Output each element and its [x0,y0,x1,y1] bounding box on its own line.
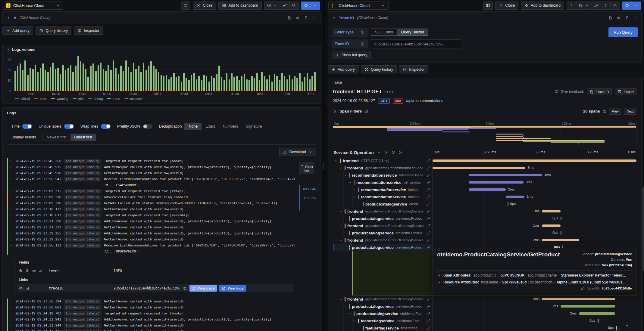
view-logs-button[interactable]: View logs [219,285,246,292]
left-datasource-picker[interactable]: ClickHouse Cloud [3,2,63,10]
toggle-unique-labels[interactable] [64,124,74,129]
span-row-frontend[interactable]: frontendHTTP GET (11ms) [333,157,636,164]
run-query-button[interactable]: Run Query [608,27,638,37]
collapse-section-icon[interactable] [6,48,10,52]
share-link-button[interactable] [280,2,289,10]
refresh-button[interactable] [301,2,311,10]
time-shift-forward-button[interactable] [601,2,610,10]
link-stats-icon[interactable] [25,286,30,290]
span-link-icon[interactable] [425,231,432,235]
resource-attributes-row[interactable]: Resource Attributes: host.name = 51d7989… [437,280,632,284]
span-row-productcatalogservice[interactable]: productcatalogserviceoteldemo.Fea2ms [333,310,636,317]
log-row[interactable]: 2024-02-19 09:23:21.320(no unique labels… [7,218,297,224]
query-ref[interactable]: Trace ID [339,16,354,20]
legend-item-debug[interactable]: debug [88,97,103,101]
span-link-icon[interactable] [425,181,432,184]
legend-item-warning[interactable]: warning [51,97,68,101]
log-row[interactable]: 2024-02-19 09:22:56.543(no unique labels… [7,176,297,188]
span-row-recommendationservice[interactable]: recommendationservice/otelde2ms [333,186,636,193]
filter-out-value-icon[interactable] [25,269,30,273]
split-pane-button[interactable] [181,2,190,10]
right-datasource-picker[interactable]: ClickHouse Cloud [328,2,389,10]
expand-span-filters-icon[interactable] [333,109,337,113]
query-history-button[interactable]: Query history [361,65,397,73]
trace-id-input[interactable] [371,39,461,48]
span-link-icon[interactable] [425,246,432,249]
span-row-productcatalogservice[interactable]: productcatalogserviceotelde0μs [333,200,636,208]
span-link-icon[interactable] [425,209,432,213]
add-to-dashboard-button[interactable]: Add to dashboard [218,2,262,10]
legend-item-error[interactable]: error [34,97,47,101]
log-row[interactable]: 2024-02-19 09:24:19.703(no unique labels… [7,311,297,317]
share-link-button[interactable] [592,2,601,10]
close-split-button[interactable]: Close [495,2,518,10]
expand-all-icon[interactable] [399,150,403,155]
option-query-builder[interactable]: Query Builder [397,29,428,36]
span-toggle-icon[interactable] [339,210,344,213]
span-toggle-icon[interactable] [353,195,358,199]
volume-plot[interactable] [14,55,317,91]
export-button[interactable]: Export [615,88,636,95]
add-to-dashboard-button[interactable]: Add to dashboard [521,2,564,10]
span-row-recommendationservice[interactable]: recommendationservice/oteldei1ms [333,193,636,200]
span-link-icon[interactable] [425,319,432,323]
option-sql-editor[interactable]: SQL Editor [371,29,397,36]
log-row[interactable]: 2024-02-19 09:23:58.394(no unique labels… [7,299,297,305]
query-ref[interactable]: A [14,16,16,20]
log-row[interactable]: 2024-02-19 09:23:21.322(no unique labels… [7,224,297,230]
span-row-recommendationservice[interactable]: recommendationservice/oteldemo.Reco4ms [333,172,636,179]
span-row-productcatalogservice[interactable]: productcatalogserviceoteldemo.Produc0μs [333,229,636,237]
log-row[interactable]: 2024-02-19 09:22:45.258(no unique labels… [7,158,297,164]
span-row-productcatalogservice[interactable]: productcatalogserviceoteldemo.Produc3ms [333,303,636,310]
span-toggle-icon[interactable] [335,159,339,162]
drag-handle-icon[interactable] [312,16,317,20]
add-query-button[interactable]: Add query [2,26,33,35]
span-toggle-icon[interactable] [344,174,349,177]
info-icon[interactable] [361,30,365,34]
span-filters-label[interactable]: Span Filters [339,109,362,113]
log-row[interactable]: 2024-02-19 09:23:09.318(no unique labels… [7,200,297,206]
inspector-button[interactable]: Inspector [399,65,428,73]
refresh-button[interactable] [622,2,632,10]
span-link-icon[interactable] [425,202,432,206]
option-signature[interactable]: Signature [242,123,266,130]
right-pane-scrollbar[interactable] [642,187,644,271]
collapse-one-icon[interactable] [377,150,381,155]
delete-query-icon[interactable] [625,16,629,20]
toggle-prettify-json[interactable] [143,124,152,129]
option-none[interactable]: None [185,123,202,130]
disable-query-icon[interactable] [617,16,621,20]
span-link-icon[interactable] [425,195,432,199]
legend-item-unknown[interactable]: unknown [124,97,143,101]
span-toggle-icon[interactable] [344,305,349,308]
span-link-icon[interactable] [425,224,432,228]
filter-for-value-icon[interactable] [19,269,23,273]
show-full-query-button[interactable]: Show full query [332,51,371,59]
toggle-time[interactable] [22,124,32,129]
duplicate-query-icon[interactable] [287,16,291,20]
time-picker-button[interactable] [576,2,592,10]
log-row[interactable]: 2024-02-19 09:23:39.255(no unique labels… [7,230,297,237]
split-pane-button[interactable] [483,2,493,10]
log-row[interactable]: 2024-02-19 09:23:39.257(no unique labels… [7,237,297,243]
span-row-frontend[interactable]: frontendgrpc.oteldemo.ProductCatalogServ… [333,295,636,303]
option-oldest-first[interactable]: Oldest first [70,134,96,141]
inspector-button[interactable]: Inspector [74,26,103,35]
field-stats-icon[interactable] [39,269,43,273]
option-newest-first[interactable]: Newest first [43,134,70,141]
span-link-icon[interactable] [425,173,432,177]
span-row-frontend[interactable]: frontendgrpc.oteldemo.RecommendationServ… [333,164,636,172]
legend-item-trace[interactable]: trace [107,97,120,101]
option-exact[interactable]: Exact [202,123,219,130]
legend-item-info[interactable]: info [73,97,84,101]
log-row[interactable]: 2024-02-19 09:24:32.944(no unique labels… [7,323,297,329]
delete-query-icon[interactable] [304,16,308,20]
refresh-interval-button[interactable] [311,2,320,10]
span-row-productcatalogservice[interactable]: productcatalogserviceoteldemo.Produc0μs [333,215,636,222]
span-toggle-icon[interactable] [339,298,344,301]
toggle-wrap-lines[interactable] [101,124,111,129]
span-row-frontend[interactable]: frontendgrpc.oteldemo.ProductCatalogServ… [333,208,636,215]
span-row-featureflagservice[interactable]: featureflagservicefeatureflag0μs [333,324,636,331]
span-link-icon[interactable] [425,326,432,330]
pane-resize-handle[interactable] [323,0,325,331]
